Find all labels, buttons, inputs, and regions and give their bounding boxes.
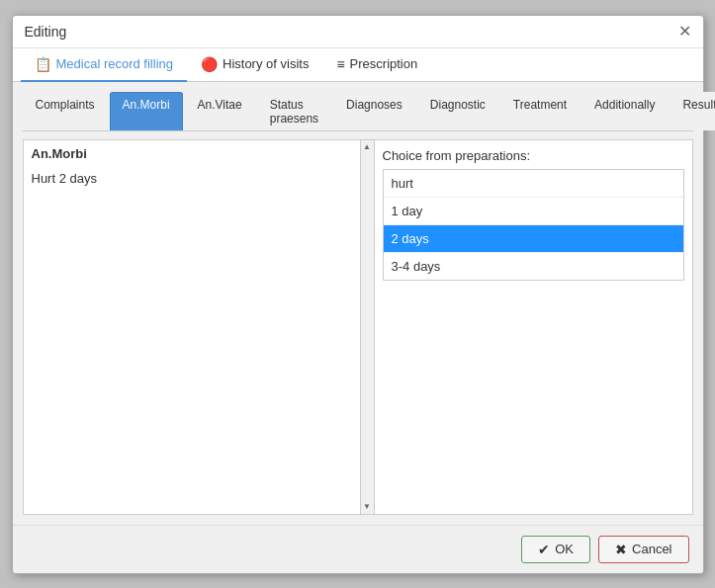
- inner-tab-anmorbi[interactable]: An.Morbi: [110, 92, 183, 130]
- left-panel: An.Morbi Hurt 2 days ▲ ▼: [24, 140, 375, 514]
- inner-tab-status[interactable]: Status praesens: [257, 92, 331, 130]
- choice-item-2days[interactable]: 2 days: [384, 225, 683, 253]
- dialog-title: Editing: [25, 24, 67, 40]
- dialog-footer: ✔ OK ✖ Cancel: [13, 525, 703, 573]
- inner-tabs: Complaints An.Morbi An.Vitae Status prae…: [23, 92, 693, 131]
- inner-tab-complaints[interactable]: Complaints: [23, 92, 108, 130]
- inner-tab-additionally[interactable]: Additionally: [581, 92, 668, 130]
- tab-medical-record-label: Medical record filling: [56, 56, 174, 71]
- choice-list: hurt 1 day 2 days 3-4 days: [383, 169, 684, 281]
- choice-header: Choice from preparations:: [383, 148, 684, 163]
- editing-dialog: Editing ✕ 📋 Medical record filling 🔴 His…: [12, 15, 704, 574]
- close-button[interactable]: ✕: [678, 24, 691, 40]
- content-area: Complaints An.Morbi An.Vitae Status prae…: [13, 82, 703, 525]
- left-scrollbar[interactable]: ▲ ▼: [360, 140, 374, 514]
- scroll-up-arrow[interactable]: ▲: [360, 140, 374, 154]
- left-panel-content: Hurt 2 days: [24, 167, 374, 190]
- split-panel: An.Morbi Hurt 2 days ▲ ▼ Choice from pre…: [23, 139, 693, 515]
- inner-tab-anvitae[interactable]: An.Vitae: [185, 92, 255, 130]
- tab-prescription-label: Prescription: [350, 56, 418, 71]
- history-visits-icon: 🔴: [201, 56, 218, 72]
- cancel-button[interactable]: ✖ Cancel: [598, 536, 688, 563]
- choice-item-hurt[interactable]: hurt: [384, 170, 683, 198]
- inner-tab-diagnoses[interactable]: Diagnoses: [333, 92, 415, 130]
- ok-button[interactable]: ✔ OK: [521, 536, 590, 563]
- inner-tab-result[interactable]: Result: [670, 92, 715, 130]
- tab-history-visits[interactable]: 🔴 History of visits: [187, 48, 322, 82]
- scroll-down-arrow[interactable]: ▼: [360, 500, 374, 514]
- choice-item-3-4days[interactable]: 3-4 days: [384, 253, 683, 280]
- inner-tab-treatment[interactable]: Treatment: [500, 92, 580, 130]
- medical-record-icon: 📋: [35, 56, 51, 72]
- cancel-label: Cancel: [632, 542, 671, 556]
- prescription-icon: ≡: [336, 56, 344, 72]
- tab-medical-record[interactable]: 📋 Medical record filling: [21, 48, 188, 82]
- cancel-icon: ✖: [615, 542, 627, 557]
- left-panel-header: An.Morbi: [24, 140, 374, 167]
- titlebar: Editing ✕: [13, 16, 703, 48]
- ok-icon: ✔: [538, 542, 550, 557]
- right-panel: Choice from preparations: hurt 1 day 2 d…: [375, 140, 692, 514]
- tab-history-visits-label: History of visits: [223, 56, 309, 71]
- tab-prescription[interactable]: ≡ Prescription: [322, 48, 431, 82]
- inner-tab-diagnostic[interactable]: Diagnostic: [417, 92, 498, 130]
- choice-item-1day[interactable]: 1 day: [384, 198, 683, 225]
- top-tabs: 📋 Medical record filling 🔴 History of vi…: [13, 48, 703, 82]
- ok-label: OK: [555, 542, 574, 556]
